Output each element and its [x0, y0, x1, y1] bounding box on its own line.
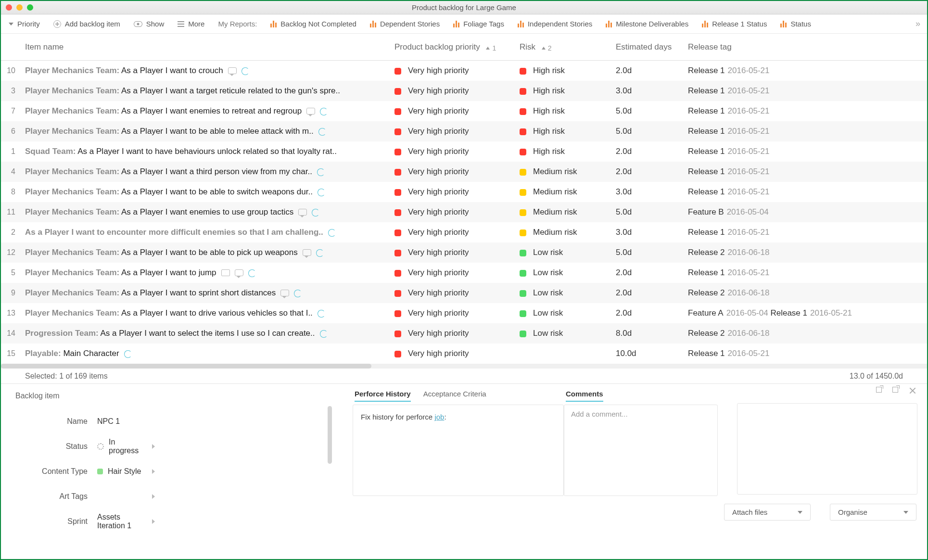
report-dependent-stories[interactable]: Dependent Stories: [370, 20, 440, 28]
chevron-down-icon: [903, 511, 908, 514]
sprint-select[interactable]: Assets Iteration 1: [97, 513, 338, 530]
table-row[interactable]: 4Player Mechanics Team: As a Player I wa…: [1, 162, 927, 182]
table-row[interactable]: 6Player Mechanics Team: As a Player I wa…: [1, 121, 927, 141]
report-backlog-not-completed[interactable]: Backlog Not Completed: [270, 20, 356, 28]
item-name-cell: Player Mechanics Team: As a Player I wan…: [18, 288, 394, 298]
chevron-down-icon: [9, 23, 13, 25]
priority-cell: Very high priority: [394, 187, 520, 197]
priority-cell: Very high priority: [394, 288, 520, 298]
table-row[interactable]: 13Player Mechanics Team: As a Player I w…: [1, 303, 927, 323]
report-milestone-deliverables[interactable]: Milestone Deliverables: [606, 20, 688, 28]
item-name-cell: Player Mechanics Team: As a Player I wan…: [18, 207, 394, 217]
col-release-tag[interactable]: Release tag: [688, 42, 927, 52]
row-number: 2: [1, 228, 18, 237]
close-window-button[interactable]: [6, 4, 12, 11]
priority-menu[interactable]: Priority: [9, 20, 40, 28]
comment-icon: [228, 67, 237, 74]
sort-asc-icon: [542, 47, 546, 50]
tab-perforce-history[interactable]: Perforce History: [355, 390, 411, 402]
row-number: 7: [1, 107, 18, 115]
more-button[interactable]: More: [178, 20, 204, 28]
days-cell: 2.0d: [616, 147, 688, 156]
field-status-label: Status: [15, 442, 97, 451]
popout-icon[interactable]: [892, 387, 898, 393]
days-cell: 5.0d: [616, 127, 688, 136]
minimize-window-button[interactable]: [16, 4, 23, 11]
priority-cell: Very high priority: [394, 127, 520, 136]
scrollbar-thumb[interactable]: [1, 364, 371, 369]
cycle-icon: [124, 350, 132, 358]
release-cell: Release 12016-05-21: [688, 66, 927, 76]
table-row[interactable]: 2 As a Player I want to encounter more d…: [1, 222, 927, 242]
table-row[interactable]: 14Progression Team: As a Player I want t…: [1, 323, 927, 344]
row-number: 5: [1, 268, 18, 277]
col-risk[interactable]: Risk 2: [520, 42, 616, 52]
table-row[interactable]: 3Player Mechanics Team: As a Player I wa…: [1, 81, 927, 101]
comment-icon: [235, 269, 243, 276]
tab-acceptance-criteria[interactable]: Acceptance Criteria: [423, 390, 486, 402]
attach-files-select[interactable]: Attach files: [724, 504, 811, 521]
table-row[interactable]: 8Player Mechanics Team: As a Player I wa…: [1, 182, 927, 202]
vertical-scrollbar[interactable]: [328, 406, 332, 464]
days-cell: 2.0d: [616, 268, 688, 278]
row-number: 11: [1, 208, 18, 216]
color-swatch-icon: [97, 469, 103, 474]
table-row[interactable]: 9Player Mechanics Team: As a Player I wa…: [1, 283, 927, 303]
table-row[interactable]: 15Playable: Main CharacterVery high prio…: [1, 344, 927, 364]
grid-header: Item name Product backlog priority 1 Ris…: [1, 34, 927, 61]
cycle-icon: [318, 128, 326, 136]
table-row[interactable]: 11Player Mechanics Team: As a Player I w…: [1, 202, 927, 222]
horizontal-scrollbar[interactable]: [1, 364, 927, 369]
days-cell: 5.0d: [616, 248, 688, 257]
report-release-1-status[interactable]: Release 1 Status: [702, 20, 767, 28]
row-number: 14: [1, 329, 18, 338]
priority-cell: Very high priority: [394, 308, 520, 318]
table-row[interactable]: 1Squad Team: As a Player I want to have …: [1, 141, 927, 162]
add-backlog-item-button[interactable]: Add backlog item: [53, 20, 120, 28]
status-select[interactable]: In progress: [97, 438, 338, 455]
table-row[interactable]: 7Player Mechanics Team: As a Player I wa…: [1, 101, 927, 121]
col-item-name[interactable]: Item name: [18, 42, 394, 52]
detail-mid: Perforce History Acceptance Criteria Fix…: [352, 384, 564, 528]
grid-body: 10Player Mechanics Team: As a Player I w…: [1, 61, 927, 364]
comment-icon: [306, 108, 315, 115]
overflow-chevrons-icon[interactable]: »: [915, 19, 919, 29]
risk-cell: Medium risk: [520, 187, 616, 197]
report-status[interactable]: Status: [780, 20, 811, 28]
row-number: 6: [1, 127, 18, 136]
table-row[interactable]: 5Player Mechanics Team: As a Player I wa…: [1, 263, 927, 283]
days-cell: 2.0d: [616, 288, 688, 298]
chart-icon: [370, 21, 376, 27]
table-row[interactable]: 10Player Mechanics Team: As a Player I w…: [1, 61, 927, 81]
report-foliage-tags[interactable]: Foliage Tags: [453, 20, 504, 28]
col-priority[interactable]: Product backlog priority 1: [394, 42, 520, 52]
chevron-down-icon: [798, 511, 802, 514]
zoom-window-button[interactable]: [27, 4, 33, 11]
priority-cell: Very high priority: [394, 86, 520, 96]
attachment-area[interactable]: [737, 403, 917, 495]
item-name-cell: Progression Team: As a Player I want to …: [18, 329, 394, 338]
comment-input[interactable]: Add a comment...: [564, 405, 718, 496]
close-icon[interactable]: [909, 387, 916, 395]
risk-cell: High risk: [520, 106, 616, 116]
name-input[interactable]: [97, 417, 299, 426]
arttags-select[interactable]: [97, 494, 338, 499]
priority-cell: Very high priority: [394, 167, 520, 177]
risk-cell: High risk: [520, 66, 616, 76]
perforce-job-link[interactable]: job: [434, 413, 444, 421]
field-contenttype-label: Content Type: [15, 467, 97, 476]
organise-select[interactable]: Organise: [830, 504, 916, 521]
restore-icon[interactable]: [876, 387, 882, 393]
release-cell: Release 22016-06-18: [688, 248, 927, 257]
release-cell: Release 12016-05-21: [688, 187, 927, 197]
table-row[interactable]: 12Player Mechanics Team: As a Player I w…: [1, 242, 927, 263]
col-estimated-days[interactable]: Estimated days: [616, 42, 688, 52]
field-name-label: Name: [15, 417, 97, 426]
report-independent-stories[interactable]: Independent Stories: [518, 20, 592, 28]
detail-comments: Comments Add a comment...: [564, 384, 718, 528]
show-button[interactable]: Show: [134, 20, 165, 28]
contenttype-select[interactable]: Hair Style: [97, 467, 338, 476]
row-number: 3: [1, 87, 18, 95]
detail-right: Attach files Organise: [718, 384, 927, 528]
row-number: 13: [1, 309, 18, 318]
